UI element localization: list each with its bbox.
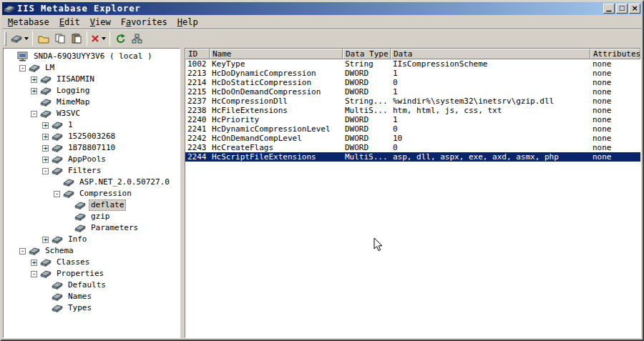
dropdown-arrow-icon[interactable] [24,37,29,40]
expand-plus-icon[interactable]: + [42,134,49,140]
tree-item-gzip[interactable]: gzip [4,211,180,222]
menu-edit[interactable]: Edit [54,16,85,29]
expand-plus-icon[interactable]: + [31,76,37,83]
property-row-2244[interactable]: 2244HcScriptFileExtensionsMultiS...asp, … [185,152,640,162]
menu-metabase[interactable]: Metabase [3,16,54,29]
dropdown-arrow-icon[interactable] [102,37,106,40]
computer-icon [17,51,29,61]
property-row-2215[interactable]: 2215HcDoOnDemandCompressionDWORD1none [185,87,640,97]
cell-id: 2242 [185,134,210,143]
tree-item-asp-net-2-0-50727-0[interactable]: ASP.NET_2.0.50727.0 [4,177,180,188]
refresh-icon [116,34,126,44]
tree-item-logging[interactable]: +Logging [4,85,180,97]
tree-item-label: Compression [77,189,134,199]
property-row-2240[interactable]: 2240HcPriorityDWORD1none [185,115,640,124]
collapse-minus-icon[interactable]: - [19,65,26,71]
delete-button[interactable] [89,31,107,46]
tree-item-label: Classes [54,257,92,267]
menu-help[interactable]: Help [172,16,203,29]
tree-item-mimemap[interactable]: MimeMap [4,97,180,108]
tree-item-parameters[interactable]: Parameters [4,222,180,234]
refresh-button[interactable] [112,31,129,46]
column-header-attributes[interactable]: Attributes [590,49,640,59]
expand-plus-icon[interactable]: + [31,88,37,94]
expand-plus-icon[interactable]: + [42,237,49,243]
tree-item-label: 1 [66,120,75,130]
key-icon [52,120,63,130]
cell-data: 1 [391,69,590,78]
property-list-panel: IDNameData TypeDataAttributes 1002KeyTyp… [185,48,641,338]
column-header-name[interactable]: Name [210,49,343,59]
tree-item-lm[interactable]: -LM [4,62,180,74]
column-header-id[interactable]: ID [185,49,210,59]
tree-item-info[interactable]: +Info [4,234,180,245]
cell-attributes: none [590,97,641,106]
tree-item-1[interactable]: +1 [4,119,180,131]
tree-item-snda-69q3uyy3v6-local[interactable]: SNDA-69Q3UYY3V6 ( local ) [4,51,180,62]
paste-button[interactable] [68,31,84,46]
tree-item-1878807110[interactable]: +1878807110 [4,142,180,154]
property-row-2213[interactable]: 2213HcDoDynamicCompressionDWORD1none [185,69,640,78]
key-icon [74,223,86,233]
collapse-minus-icon[interactable]: - [54,191,60,197]
tree-item-compression[interactable]: -Compression [4,188,180,199]
tree-item-filters[interactable]: -Filters [4,165,180,177]
toolbar-grip[interactable] [4,31,6,46]
tree-item-apppools[interactable]: +AppPools [4,154,180,165]
connect-button[interactable] [129,31,145,46]
property-row-2241[interactable]: 2241HcDynamicCompressionLevelDWORD0none [185,124,640,134]
property-row-1002[interactable]: 1002KeyTypeStringIIsCompressionSchemenon… [185,59,640,69]
menu-view[interactable]: View [85,16,116,29]
key-icon [52,292,63,302]
tree-item-label: Schema [43,246,76,256]
tree-item-properties[interactable]: -Properties [4,268,180,280]
app-window: IIS Metabase Explorer ▁ □ × MetabaseEdit… [0,0,644,341]
column-header-data-type[interactable]: Data Type [343,49,391,59]
cell-data-type: DWORD [343,78,391,87]
property-row-2238[interactable]: 2238HcFileExtensionsMultiS...htm, html, … [185,106,640,115]
expand-plus-icon[interactable]: + [31,260,37,266]
tree-item-w3svc[interactable]: -W3SVC [4,108,180,119]
column-header-data[interactable]: Data [391,49,590,59]
tree-item-iisadmin[interactable]: +IISADMIN [4,74,180,85]
property-row-2237[interactable]: 2237HcCompressionDllString...%windir%\sy… [185,97,640,106]
collapse-minus-icon[interactable]: - [31,271,37,277]
key-icon [52,280,63,290]
tree-item-names[interactable]: Names [4,291,180,302]
tree-item-schema[interactable]: -Schema [4,245,180,257]
property-row-2214[interactable]: 2214HcDoStaticCompressionDWORD0none [185,78,640,87]
collapse-minus-icon[interactable]: - [19,248,26,254]
tree-item-classes[interactable]: +Classes [4,257,180,268]
tree-item-defaults[interactable]: Defaults [4,280,180,291]
minimize-button[interactable]: ▁ [603,4,615,14]
toolbar-separator [109,31,110,46]
tree-item-label: Types [66,303,94,313]
list-body: 1002KeyTypeStringIIsCompressionSchemenon… [185,59,640,162]
property-row-2242[interactable]: 2242HcOnDemandCompLevelDWORD10none [185,134,640,143]
cell-data: 0 [391,124,590,134]
key-icon [52,132,63,142]
new-key-button[interactable] [9,31,30,46]
cell-data-type: DWORD [343,124,391,134]
close-button[interactable]: × [629,4,640,14]
maximize-button[interactable]: □ [616,4,628,14]
key-icon [40,74,52,84]
expand-plus-icon[interactable]: + [42,122,49,129]
window-title: IIS Metabase Explorer [17,4,602,14]
collapse-minus-icon[interactable]: - [31,111,37,117]
tree-item-deflate[interactable]: deflate [4,199,180,211]
tree-item-types[interactable]: Types [4,302,180,314]
expand-plus-icon[interactable]: + [42,157,49,163]
cell-id: 1002 [185,59,210,69]
expand-plus-icon[interactable]: + [42,145,49,152]
tree-item-1525003268[interactable]: +1525003268 [4,131,180,142]
cell-name: HcDoDynamicCompression [210,69,343,78]
cell-data: 0 [391,78,590,87]
collapse-minus-icon[interactable]: - [42,168,49,174]
copy-button[interactable] [52,31,68,46]
folder-icon [38,34,49,44]
open-button[interactable] [35,31,52,46]
property-row-2243[interactable]: 2243HcCreateFlagsDWORD0none [185,143,640,152]
menu-favorites[interactable]: Favorites [116,16,172,29]
cell-id: 2240 [185,115,210,124]
